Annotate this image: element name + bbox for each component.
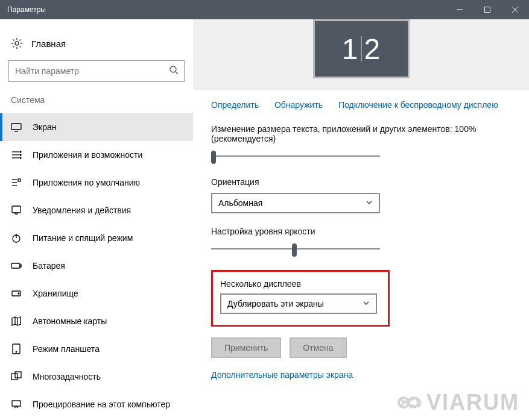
svg-line-6 bbox=[176, 72, 178, 74]
svg-rect-22 bbox=[11, 263, 20, 268]
display-preview[interactable]: 1 2 bbox=[313, 19, 410, 78]
project-icon bbox=[11, 399, 22, 410]
sidebar-item-tablet[interactable]: Режим планшета bbox=[0, 335, 193, 363]
sidebar-item-label: Хранилище bbox=[33, 289, 78, 298]
watermark: VIARUM bbox=[394, 390, 519, 415]
sidebar-item-label: Проецирование на этот компьютер bbox=[33, 400, 170, 409]
svg-rect-19 bbox=[12, 206, 21, 213]
sidebar-item-label: Батарея bbox=[33, 261, 65, 271]
wireless-display-link[interactable]: Подключение к беспроводному дисплею bbox=[338, 100, 498, 110]
sidebar-item-label: Приложения и возможности bbox=[33, 150, 142, 160]
sidebar-item-label: Приложения по умолчанию bbox=[33, 178, 140, 187]
sidebar-item-label: Экран bbox=[33, 122, 57, 132]
svg-point-12 bbox=[20, 151, 21, 152]
chevron-down-icon bbox=[366, 198, 373, 208]
brightness-setting: Настройка уровня яркости bbox=[211, 227, 511, 257]
sidebar-item-power[interactable]: Питание и спящий режим bbox=[0, 224, 193, 252]
slider-thumb[interactable] bbox=[292, 243, 297, 257]
svg-point-25 bbox=[18, 293, 19, 294]
svg-rect-7 bbox=[11, 124, 21, 130]
home-link[interactable]: Главная bbox=[0, 31, 193, 60]
cancel-button[interactable]: Отмена bbox=[290, 337, 346, 358]
apps-icon bbox=[11, 149, 22, 160]
display-separator bbox=[361, 36, 362, 61]
power-icon bbox=[11, 233, 22, 243]
section-label: Система bbox=[0, 95, 193, 113]
svg-rect-32 bbox=[12, 401, 21, 406]
svg-point-5 bbox=[170, 66, 176, 72]
svg-rect-18 bbox=[18, 179, 21, 181]
apply-cancel-row: Применить Отмена bbox=[211, 337, 511, 358]
infinity-icon bbox=[394, 392, 423, 413]
sidebar-item-default-apps[interactable]: Приложения по умолчанию bbox=[0, 169, 193, 196]
svg-point-29 bbox=[16, 351, 17, 353]
sidebar-item-battery[interactable]: Батарея bbox=[0, 252, 193, 280]
maps-icon bbox=[11, 316, 22, 327]
gear-icon bbox=[11, 37, 23, 49]
multitask-icon bbox=[11, 371, 22, 382]
maximize-button[interactable] bbox=[474, 0, 501, 19]
brightness-label: Настройка уровня яркости bbox=[211, 227, 511, 236]
sidebar-item-label: Многозадачность bbox=[33, 372, 101, 381]
orientation-value: Альбомная bbox=[218, 198, 262, 208]
orientation-setting: Ориентация Альбомная bbox=[211, 177, 511, 213]
display-preview-area: 1 2 bbox=[193, 19, 529, 90]
advanced-display-link[interactable]: Дополнительные параметры экрана bbox=[211, 370, 511, 380]
brightness-slider[interactable] bbox=[211, 242, 380, 257]
identify-link[interactable]: Определить bbox=[211, 100, 259, 110]
multiple-displays-highlight: Несколько дисплеев Дублировать эти экран… bbox=[211, 270, 390, 327]
minimize-button[interactable] bbox=[446, 0, 474, 19]
multi-displays-value: Дублировать эти экраны bbox=[227, 299, 324, 309]
title-bar: Параметры bbox=[0, 0, 529, 19]
display-link-row: Определить Обнаружить Подключение к бесп… bbox=[211, 100, 511, 110]
detect-link[interactable]: Обнаружить bbox=[274, 100, 323, 110]
svg-rect-1 bbox=[485, 7, 490, 13]
svg-point-13 bbox=[20, 154, 21, 155]
scale-slider[interactable] bbox=[211, 149, 380, 164]
search-icon bbox=[169, 65, 179, 77]
sidebar-item-label: Автономные карты bbox=[33, 316, 107, 326]
sidebar-item-label: Уведомления и действия bbox=[33, 205, 131, 215]
orientation-select[interactable]: Альбомная bbox=[211, 193, 380, 213]
sidebar-item-projecting[interactable]: Проецирование на этот компьютер bbox=[0, 390, 193, 418]
tablet-icon bbox=[11, 343, 22, 354]
display-number-2: 2 bbox=[364, 33, 381, 66]
scale-setting: Изменение размера текста, приложений и д… bbox=[211, 124, 511, 164]
orientation-label: Ориентация bbox=[211, 177, 511, 187]
sidebar-item-label: Режим планшета bbox=[33, 344, 100, 354]
storage-icon bbox=[11, 288, 22, 299]
sidebar-item-multitasking[interactable]: Многозадачность bbox=[0, 363, 193, 390]
svg-rect-23 bbox=[20, 265, 21, 267]
default-apps-icon bbox=[11, 177, 22, 188]
sidebar-item-maps[interactable]: Автономные карты bbox=[0, 307, 193, 335]
chevron-down-icon bbox=[363, 299, 370, 309]
multi-displays-label: Несколько дисплеев bbox=[220, 279, 377, 289]
multi-displays-select[interactable]: Дублировать эти экраны bbox=[220, 293, 377, 314]
svg-point-4 bbox=[15, 42, 19, 45]
sidebar-item-display[interactable]: Экран bbox=[0, 113, 193, 141]
display-icon bbox=[11, 122, 22, 133]
svg-point-14 bbox=[20, 157, 21, 158]
svg-rect-31 bbox=[15, 372, 21, 378]
sidebar: Главная Система Экран Приложения и возмо… bbox=[0, 19, 193, 420]
battery-icon bbox=[11, 260, 22, 271]
slider-thumb[interactable] bbox=[211, 151, 216, 164]
scale-label: Изменение размера текста, приложений и д… bbox=[211, 124, 511, 143]
sidebar-item-label: Питание и спящий режим bbox=[33, 233, 133, 243]
svg-rect-30 bbox=[11, 374, 17, 380]
main-panel: 1 2 Определить Обнаружить Подключение к … bbox=[193, 19, 529, 420]
sidebar-item-notifications[interactable]: Уведомления и действия bbox=[0, 196, 193, 224]
slider-track bbox=[211, 155, 380, 157]
sidebar-item-storage[interactable]: Хранилище bbox=[0, 280, 193, 307]
notifications-icon bbox=[11, 205, 22, 216]
window-title: Параметры bbox=[7, 5, 446, 14]
watermark-text: VIARUM bbox=[426, 390, 519, 415]
sidebar-item-apps[interactable]: Приложения и возможности bbox=[0, 141, 193, 169]
apply-button[interactable]: Применить bbox=[211, 337, 281, 358]
search-box[interactable] bbox=[8, 60, 185, 82]
search-input[interactable] bbox=[8, 60, 185, 82]
home-label: Главная bbox=[31, 39, 66, 49]
display-number-1: 1 bbox=[342, 33, 358, 66]
close-button[interactable] bbox=[501, 0, 529, 19]
